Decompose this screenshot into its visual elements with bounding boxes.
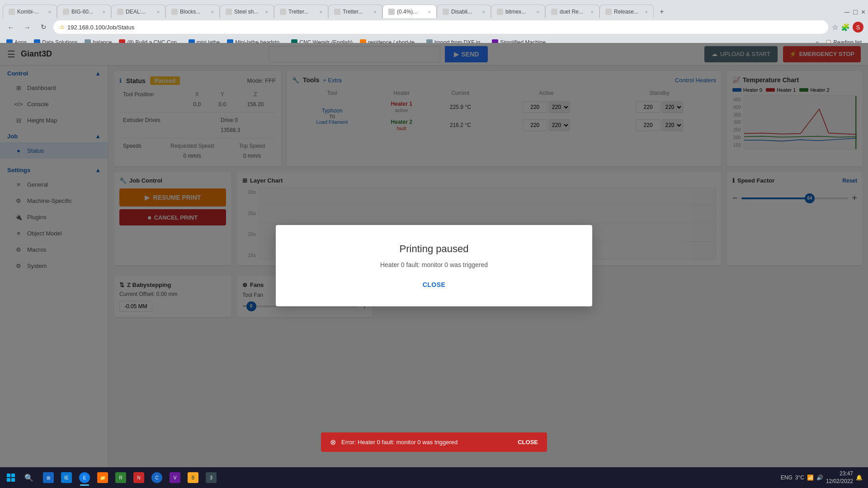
toast-close-button[interactable]: CLOSE	[518, 439, 538, 446]
taskbar-app-3-icon: E	[79, 472, 90, 483]
address-text: 192.168.0.100/Job/Status	[67, 24, 134, 31]
taskbar-app-10-icon: 3	[206, 472, 217, 483]
tab-10-favicon	[497, 9, 503, 15]
taskbar-app-7-icon: C	[151, 472, 162, 483]
taskbar-search-button[interactable]: 🔍	[20, 469, 38, 487]
tab-11-favicon	[551, 9, 557, 15]
taskbar-app-4[interactable]: 📁	[94, 469, 111, 487]
taskbar-app-2[interactable]: IE	[58, 469, 75, 487]
tab-4-close[interactable]: ×	[211, 9, 214, 14]
modal-dialog: Printing paused Heater 0 fault: monitor …	[276, 225, 592, 306]
taskbar-time: 23:47 12/02/2022	[826, 470, 853, 485]
tab-12-favicon	[605, 9, 612, 15]
tab-2[interactable]: BIG-60... ×	[57, 5, 111, 18]
close-button[interactable]: ×	[861, 8, 865, 16]
taskbar-app-5-icon: R	[115, 472, 126, 483]
taskbar-date: 12/02/2022	[826, 478, 853, 485]
tab-4[interactable]: Blocks... ×	[165, 5, 220, 18]
browser-chrome: Kombi-... × BIG-60... × DEAL:... × Block…	[0, 0, 868, 43]
minimize-button[interactable]: ─	[844, 8, 849, 16]
tab-6-favicon	[280, 9, 286, 15]
toast-error-icon: ⊗	[330, 438, 336, 446]
taskbar-app-1[interactable]: ⊞	[40, 469, 57, 487]
taskbar-app-8[interactable]: V	[166, 469, 184, 487]
tab-9-favicon	[443, 9, 449, 15]
tab-6[interactable]: Tretter... ×	[274, 5, 328, 18]
tab-7-close[interactable]: ×	[374, 9, 377, 14]
tab-4-favicon	[171, 9, 178, 15]
notification-icon[interactable]: 🔔	[856, 474, 863, 481]
svg-rect-5	[11, 474, 15, 477]
tab-3-favicon	[117, 9, 123, 15]
tab-8-favicon	[388, 9, 395, 15]
taskbar-app-3[interactable]: E	[76, 469, 93, 487]
tab-1-close[interactable]: ×	[48, 9, 51, 14]
back-button[interactable]: ←	[5, 21, 17, 33]
error-toast: ⊗ Error: Heater 0 fault: monitor 0 was t…	[321, 432, 547, 452]
windows-logo-icon	[7, 474, 15, 482]
tab-2-favicon	[63, 9, 69, 15]
taskbar-right: ENG 3°C 📶 🔊 23:47 12/02/2022 🔔	[781, 470, 866, 485]
tab-2-title: BIG-60...	[71, 9, 101, 15]
taskbar-app-7[interactable]: C	[148, 469, 165, 487]
tab-4-title: Blocks...	[180, 9, 209, 15]
extensions-icon[interactable]: 🧩	[841, 23, 850, 32]
tab-9[interactable]: Disabli... ×	[437, 5, 491, 18]
modal-overlay: Printing paused Heater 0 fault: monitor …	[0, 43, 868, 488]
modal-close-button[interactable]: CLOSE	[423, 281, 446, 288]
taskbar-app-2-icon: IE	[61, 472, 72, 483]
tab-controls: ─ □ ×	[844, 8, 865, 18]
taskbar-app-10[interactable]: 3	[203, 469, 220, 487]
tab-8-close[interactable]: ×	[428, 9, 431, 14]
taskbar-app-4-icon: 📁	[97, 472, 108, 483]
lock-icon: ⚠	[60, 24, 65, 30]
tab-6-close[interactable]: ×	[320, 9, 322, 14]
modal-message: Heater 0 fault: monitor 0 was triggered	[303, 261, 565, 268]
tab-9-close[interactable]: ×	[482, 9, 485, 14]
svg-rect-4	[7, 474, 10, 477]
tab-3-title: DEAL:...	[126, 9, 155, 15]
taskbar-app-6-icon: N	[133, 472, 144, 483]
tab-11[interactable]: duet Re... ×	[545, 5, 599, 18]
tab-10-title: bitmex...	[505, 9, 535, 15]
toolbar-actions: ☆ 🧩 S	[832, 22, 863, 33]
tab-6-title: Tretter...	[288, 9, 318, 15]
tab-10-close[interactable]: ×	[537, 9, 539, 14]
new-tab-button[interactable]: +	[656, 5, 668, 18]
address-bar[interactable]: ⚠ 192.168.0.100/Job/Status	[53, 20, 828, 34]
tab-1-favicon	[9, 9, 15, 15]
taskbar: 🔍 ⊞ IE E 📁 R N C V B 3 ENG 3°C 📶 🔊 23:47…	[0, 467, 868, 488]
tab-2-close[interactable]: ×	[103, 9, 105, 14]
tab-7[interactable]: Tretter... ×	[328, 5, 382, 18]
tab-12[interactable]: Release... ×	[599, 5, 654, 18]
tab-1-title: Kombi-...	[17, 9, 47, 15]
tab-12-close[interactable]: ×	[645, 9, 648, 14]
volume-icon: 🔊	[816, 474, 823, 481]
profile-icon[interactable]: S	[853, 22, 863, 33]
tab-1[interactable]: Kombi-... ×	[3, 5, 57, 18]
taskbar-apps: ⊞ IE E 📁 R N C V B 3	[40, 469, 220, 487]
toast-message: Error: Heater 0 fault: monitor 0 was tri…	[341, 439, 458, 446]
tab-5-close[interactable]: ×	[265, 9, 268, 14]
tab-7-favicon	[334, 9, 340, 15]
taskbar-app-9-icon: B	[188, 472, 198, 483]
tab-12-title: Release...	[614, 9, 643, 15]
taskbar-lang: ENG	[781, 474, 793, 481]
bookmark-star-icon[interactable]: ☆	[832, 23, 838, 32]
tab-3-close[interactable]: ×	[157, 9, 160, 14]
start-button[interactable]	[2, 469, 20, 487]
taskbar-app-9[interactable]: B	[184, 469, 202, 487]
tab-3[interactable]: DEAL:... ×	[111, 5, 165, 18]
taskbar-app-5[interactable]: R	[112, 469, 129, 487]
tab-7-title: Tretter...	[343, 9, 372, 15]
maximize-button[interactable]: □	[853, 8, 858, 16]
reload-button[interactable]: ↻	[37, 21, 50, 33]
forward-button[interactable]: →	[21, 21, 33, 33]
taskbar-app-8-icon: V	[170, 472, 180, 483]
tab-10[interactable]: bitmex... ×	[491, 5, 545, 18]
tab-11-close[interactable]: ×	[591, 9, 594, 14]
tab-5[interactable]: Steel sh... ×	[220, 5, 274, 18]
taskbar-app-1-icon: ⊞	[43, 472, 54, 483]
tab-8[interactable]: (0.4%)... ×	[382, 5, 437, 18]
taskbar-app-6[interactable]: N	[130, 469, 147, 487]
